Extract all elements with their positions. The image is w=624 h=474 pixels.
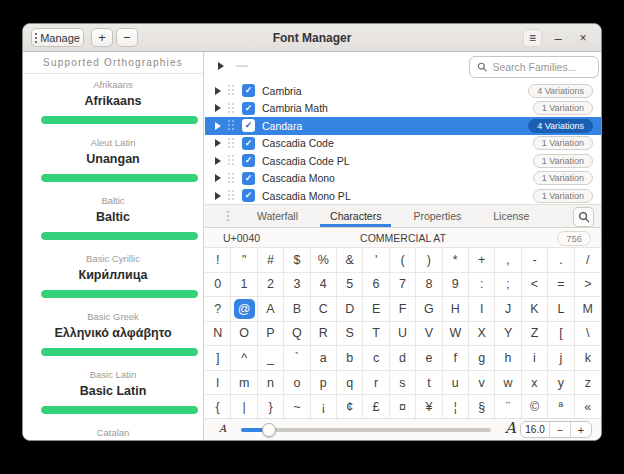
character-cell[interactable]: Y: [495, 322, 521, 347]
character-cell[interactable]: *: [443, 248, 469, 273]
character-cell[interactable]: 2: [258, 273, 284, 298]
orthography-entry[interactable]: Basic LatinBasic Latin: [23, 364, 203, 422]
character-cell[interactable]: X: [469, 322, 495, 347]
character-cell[interactable]: p: [311, 371, 337, 396]
character-cell[interactable]: U: [390, 322, 416, 347]
character-cell[interactable]: ~: [284, 395, 310, 420]
font-enabled-checkbox[interactable]: ✓: [242, 119, 255, 132]
character-cell[interactable]: n: [258, 371, 284, 396]
character-cell[interactable]: §: [469, 395, 495, 420]
character-cell[interactable]: #: [258, 248, 284, 273]
expander-icon[interactable]: [215, 122, 221, 130]
increase-size-button[interactable]: +: [570, 422, 591, 437]
minimize-button[interactable]: –: [550, 25, 566, 51]
character-cell[interactable]: c: [363, 346, 389, 371]
search-input[interactable]: [492, 61, 591, 73]
character-cell[interactable]: k: [575, 346, 601, 371]
character-cell[interactable]: P: [258, 322, 284, 347]
character-cell[interactable]: D: [337, 297, 363, 322]
tab-characters[interactable]: Characters: [320, 205, 391, 227]
titlebar[interactable]: Manage + − Font Manager ≡ – ×: [23, 24, 601, 52]
character-cell[interactable]: B: [284, 297, 310, 322]
character-cell[interactable]: @: [231, 297, 257, 322]
font-enabled-checkbox[interactable]: ✓: [242, 172, 255, 185]
expander-icon[interactable]: [215, 87, 221, 95]
character-cell[interactable]: ?: [205, 297, 231, 322]
character-cell[interactable]: f: [443, 346, 469, 371]
character-cell[interactable]: L: [548, 297, 574, 322]
font-family-row[interactable]: ✓Cascadia Mono PL1 Variation: [205, 187, 601, 205]
drag-handle-icon[interactable]: [228, 155, 235, 166]
character-cell[interactable]: ¡: [311, 395, 337, 420]
character-cell[interactable]: >: [575, 273, 601, 298]
character-cell[interactable]: r: [363, 371, 389, 396]
character-cell[interactable]: ¢: [337, 395, 363, 420]
character-cell[interactable]: Z: [522, 322, 548, 347]
drag-handle-icon[interactable]: [228, 85, 235, 96]
font-enabled-checkbox[interactable]: ✓: [242, 154, 255, 167]
expander-icon[interactable]: [215, 174, 221, 182]
font-family-row[interactable]: ✓Cascadia Code PL1 Variation: [205, 152, 601, 170]
character-cell[interactable]: w: [495, 371, 521, 396]
character-cell[interactable]: \: [575, 322, 601, 347]
tab-properties[interactable]: Properties: [403, 205, 471, 227]
character-cell[interactable]: Q: [284, 322, 310, 347]
orthography-entry[interactable]: Catalan: [23, 422, 203, 440]
character-cell[interactable]: ,: [495, 248, 521, 273]
character-cell[interactable]: d: [390, 346, 416, 371]
character-cell[interactable]: ;: [495, 273, 521, 298]
character-cell[interactable]: x: [522, 371, 548, 396]
character-cell[interactable]: ): [416, 248, 442, 273]
character-cell[interactable]: {: [205, 395, 231, 420]
orthography-entry[interactable]: AfrikaansAfrikaans: [23, 74, 203, 132]
character-cell[interactable]: 7: [390, 273, 416, 298]
expander-icon[interactable]: [215, 157, 221, 165]
character-cell[interactable]: }: [258, 395, 284, 420]
orthography-entry[interactable]: Aleut LatinUnangan: [23, 132, 203, 190]
character-cell[interactable]: %: [311, 248, 337, 273]
character-cell[interactable]: +: [469, 248, 495, 273]
font-family-row[interactable]: ✓Candara4 Variations: [205, 117, 601, 135]
manage-button[interactable]: Manage: [31, 28, 84, 47]
character-cell[interactable]: j: [548, 346, 574, 371]
character-cell[interactable]: _: [258, 346, 284, 371]
character-cell[interactable]: b: [337, 346, 363, 371]
character-cell[interactable]: `: [284, 346, 310, 371]
character-cell[interactable]: 0: [205, 273, 231, 298]
character-cell[interactable]: K: [522, 297, 548, 322]
remove-fonts-button[interactable]: −: [116, 28, 138, 47]
app-menu-button[interactable]: ≡: [523, 29, 542, 47]
character-cell[interactable]: m: [231, 371, 257, 396]
character-cell[interactable]: ": [231, 248, 257, 273]
character-cell[interactable]: 5: [337, 273, 363, 298]
font-family-row[interactable]: ✓Cambria4 Variations: [205, 82, 601, 100]
character-cell[interactable]: O: [231, 322, 257, 347]
drag-handle-icon[interactable]: [228, 120, 235, 131]
character-cell[interactable]: 1: [231, 273, 257, 298]
character-cell[interactable]: 8: [416, 273, 442, 298]
drag-handle-icon[interactable]: [228, 138, 235, 149]
size-slider[interactable]: [241, 419, 491, 441]
character-cell[interactable]: T: [363, 322, 389, 347]
character-cell[interactable]: i: [522, 346, 548, 371]
family-search-entry[interactable]: [469, 56, 599, 78]
font-enabled-checkbox[interactable]: ✓: [242, 84, 255, 97]
tab-license[interactable]: License: [483, 205, 539, 227]
font-enabled-checkbox[interactable]: ✓: [242, 137, 255, 150]
drag-handle-icon[interactable]: [228, 190, 235, 201]
character-cell[interactable]: C: [311, 297, 337, 322]
character-cell[interactable]: s: [390, 371, 416, 396]
character-cell[interactable]: ª: [548, 395, 574, 420]
character-cell[interactable]: t: [416, 371, 442, 396]
character-cell[interactable]: z: [575, 371, 601, 396]
character-cell[interactable]: .: [548, 248, 574, 273]
character-cell[interactable]: I: [469, 297, 495, 322]
expander-icon[interactable]: [215, 139, 221, 147]
font-enabled-checkbox[interactable]: ✓: [242, 189, 255, 202]
character-cell[interactable]: H: [443, 297, 469, 322]
character-cell[interactable]: y: [548, 371, 574, 396]
character-cell[interactable]: M: [575, 297, 601, 322]
font-family-row[interactable]: ✓Cambria Math1 Variation: [205, 100, 601, 118]
add-fonts-button[interactable]: +: [91, 28, 113, 47]
character-cell[interactable]: (: [390, 248, 416, 273]
